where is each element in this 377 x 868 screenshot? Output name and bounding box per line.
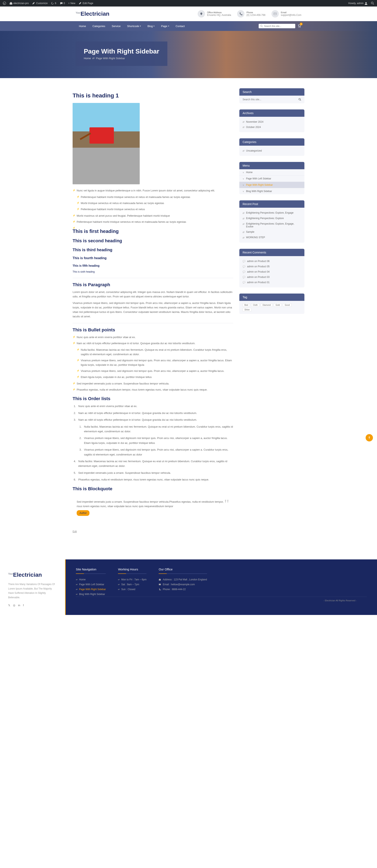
nav-blog[interactable]: Blog▾	[144, 21, 158, 31]
footer-nav-item[interactable]: Page With Left Sidebar	[76, 582, 106, 587]
list-item: Etiam ligula turpis, vulputate in dui ac…	[77, 375, 233, 379]
svg-point-1	[366, 2, 367, 3]
tag-item[interactable]: Cloth	[251, 303, 259, 307]
edit-page-link[interactable]: Edit Page	[77, 2, 94, 5]
footer-logo[interactable]: YourElectrician	[8, 571, 57, 578]
svg-point-5	[299, 27, 299, 27]
chevron-down-icon: ∨	[243, 190, 244, 192]
sidebar-search-input[interactable]	[243, 98, 299, 101]
tag-item[interactable]: Diamond	[261, 303, 273, 307]
footer-nav-item-current[interactable]: Page With Right Sidebar	[76, 587, 106, 592]
widget-tag: Tag Bed Cloth Diamond Gold Good Shine	[239, 293, 305, 314]
list-item: Nam ac nibh id turpis efficitur pellente…	[77, 411, 233, 415]
nav-contact[interactable]: Contact	[172, 21, 188, 31]
nav-home[interactable]: Home	[76, 21, 89, 31]
instagram-icon[interactable]: ◎	[13, 604, 15, 607]
menu-item-current[interactable]: ∨Page With Right Sidebar	[239, 182, 305, 188]
twitter-icon[interactable]: 𝕏	[8, 604, 10, 607]
widget-title: Recent Comments	[239, 249, 305, 256]
menu-item[interactable]: ∨Blog With Right Sidebar	[239, 188, 305, 194]
recent-post-item[interactable]: Sample	[243, 229, 301, 235]
howdy-user[interactable]: Howdy, admin	[347, 2, 369, 5]
nav-categories[interactable]: Categories	[89, 21, 108, 31]
scroll-top-button[interactable]	[366, 434, 373, 441]
tag-item[interactable]: Shine	[243, 308, 252, 311]
list-item: Nunc quis ante et enim viverra porttitor…	[77, 404, 233, 408]
order-heading: This is Order lists	[72, 396, 233, 401]
breadcrumb-home[interactable]: Home	[84, 57, 91, 60]
main-content: This is heading 1 Nunc vel ligula in aug…	[72, 88, 233, 533]
email-info: Emailsupport@Info.Com	[272, 10, 301, 18]
recent-post-item[interactable]: Enlightening Perspectives: Explore, Enga…	[243, 210, 301, 216]
archive-item[interactable]: November 2024	[243, 119, 301, 124]
nav-shortcode[interactable]: Shortcode▾	[124, 21, 144, 31]
list-item: Vivamus pretium neque libero, sed dignis…	[82, 436, 233, 445]
list-item: Nam ac nibh id turpis efficitur pellente…	[77, 417, 233, 457]
footer-col-title: Our Office	[159, 567, 207, 574]
widget-search: Search	[239, 88, 305, 103]
list-item: Nunc vel ligula in augue tristique pelle…	[72, 188, 233, 193]
chevron-down-icon: ∨	[243, 178, 244, 180]
category-item[interactable]: Uncategorized	[243, 148, 301, 153]
footer-nav-item[interactable]: Blog With Right Sidebar	[76, 592, 106, 597]
search-icon	[260, 25, 263, 27]
list-item: Sed imperdiet venenatis justo a ornare. …	[77, 470, 233, 475]
search-icon[interactable]	[370, 2, 375, 5]
comment-item[interactable]: admin on Product 03	[243, 274, 301, 280]
footer-about-text: There Are Many Variations Of Passages Of…	[8, 582, 57, 600]
nav-search-box[interactable]	[259, 24, 295, 28]
edit-link[interactable]: Edit	[72, 530, 77, 533]
widget-categories: Categories Uncategorized	[239, 138, 305, 156]
nav-service[interactable]: Service	[108, 21, 124, 31]
list-item: Morbi tristique senectus et netus et mal…	[77, 201, 233, 206]
updates-link[interactable]: 6	[50, 2, 58, 5]
svg-point-2	[371, 2, 373, 4]
widget-title: Search	[239, 88, 305, 96]
comments-link[interactable]: 0	[58, 2, 66, 5]
recent-post-item[interactable]: WORKING STEP	[243, 235, 301, 240]
wp-logo-icon[interactable]	[2, 2, 7, 5]
list-item: Nunc quis ante et enim viverra porttitor…	[72, 335, 233, 340]
new-link[interactable]: + New	[67, 2, 76, 5]
widget-title: Recent Post	[239, 200, 305, 208]
hours-item: Sat : 9am – 7pm	[118, 582, 147, 587]
archive-item[interactable]: October 2024	[243, 124, 301, 130]
comment-item[interactable]: admin on Product 04	[243, 269, 301, 274]
customize-link[interactable]: Customize	[31, 2, 49, 5]
footer-nav-item[interactable]: Home	[76, 577, 106, 582]
svg-point-4	[260, 25, 262, 27]
footer-col-title: Working Hours	[118, 567, 147, 574]
facebook-icon[interactable]: f	[23, 604, 24, 607]
recent-post-item[interactable]: Enlightening Perspectives: Explore, Enga…	[243, 221, 301, 229]
chevron-down-icon: ∨	[243, 171, 244, 174]
nav-search-input[interactable]	[263, 25, 294, 27]
email-icon	[272, 10, 279, 18]
menu-item[interactable]: ∨Page With Left Sidebar	[239, 176, 305, 182]
list-item: Vivamus pretium neque libero, sed dignis…	[82, 447, 233, 457]
list-item: Pellentesque habitant morbi tristique se…	[72, 220, 233, 224]
office-email: Email : hellow@example.com	[159, 582, 207, 587]
comment-item[interactable]: admin on Product 05	[243, 264, 301, 269]
sidebar: Search Archives November 2024 October 20…	[239, 88, 305, 533]
cart-icon[interactable]: 0	[297, 24, 301, 29]
list-item: Vivamus pretium neque libero, sed dignis…	[77, 358, 233, 367]
comment-item[interactable]: admin on Product 06	[243, 258, 301, 264]
svg-point-6	[300, 27, 301, 27]
menu-item[interactable]: ∨Home	[239, 169, 305, 176]
search-icon[interactable]	[299, 98, 301, 101]
tag-item[interactable]: Good	[283, 303, 291, 307]
nav-page[interactable]: Page▾	[158, 21, 172, 31]
breadcrumb: Home ⇄ Page With Right Sidebar	[84, 57, 159, 60]
svg-rect-8	[159, 584, 161, 585]
footer-hours: Working Hours Mon to Fri : 7am – 6pm Sat…	[118, 567, 147, 597]
tag-item[interactable]: Bed	[243, 303, 250, 307]
site-name[interactable]: electrician-pro	[8, 2, 30, 5]
heading-1: This is heading 1	[72, 92, 233, 99]
linkedin-icon[interactable]: in	[18, 604, 20, 607]
recent-post-item[interactable]: Enlightening Perspectives: Explore	[243, 216, 301, 221]
tag-item[interactable]: Gold	[274, 303, 282, 307]
svg-point-7	[299, 98, 300, 100]
comment-item[interactable]: admin on Product 01	[243, 280, 301, 285]
site-logo[interactable]: YourElectrician	[76, 10, 109, 17]
heading-third: This is third heading	[72, 248, 233, 252]
